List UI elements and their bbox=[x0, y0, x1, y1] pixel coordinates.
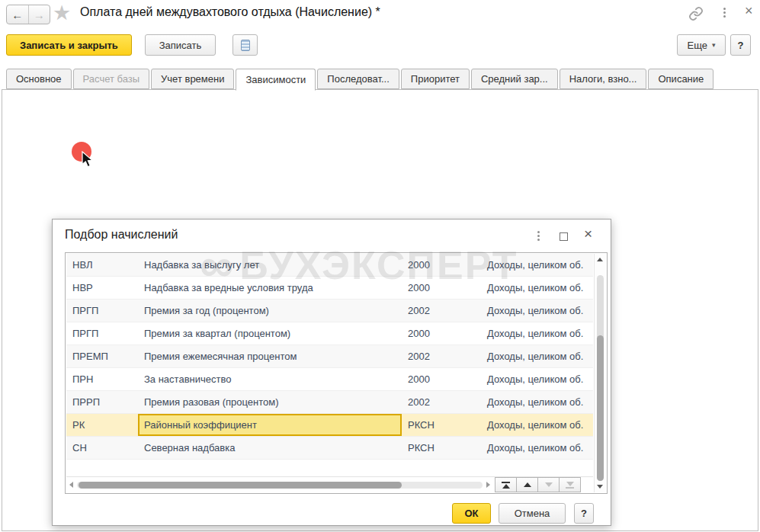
tab[interactable]: Налоги, взно... bbox=[560, 69, 647, 89]
table-row[interactable]: ПРГП Премия за квартал (процентом) 2000 … bbox=[66, 322, 593, 345]
dialog-help-button[interactable]: ? bbox=[574, 503, 594, 524]
tab[interactable]: Последоват... bbox=[317, 69, 399, 89]
table-row[interactable]: ПРН За наставничество 2000 Доходы, целик… bbox=[66, 368, 593, 391]
tab[interactable]: Основное bbox=[6, 69, 72, 89]
link-icon[interactable] bbox=[688, 6, 704, 21]
move-to-bottom-button[interactable] bbox=[559, 477, 581, 492]
cell-taxation: Доходы, целиком об. bbox=[481, 368, 593, 390]
table-row[interactable]: НВЛ Надбавка за выслугу лет 2000 Доходы,… bbox=[66, 254, 593, 277]
forward-button[interactable]: → bbox=[29, 5, 50, 24]
save-button[interactable]: Записать bbox=[145, 34, 216, 56]
tab-bar: ОсновноеРасчет базыУчет времениЗависимос… bbox=[6, 69, 714, 91]
window-close-icon[interactable]: × bbox=[745, 3, 753, 19]
move-to-top-button[interactable] bbox=[495, 477, 517, 492]
cell-code: ПРН bbox=[66, 368, 138, 390]
cell-taxation: Доходы, целиком об. bbox=[481, 414, 593, 436]
tab[interactable]: Описание bbox=[648, 69, 714, 89]
horizontal-scrollbar[interactable] bbox=[66, 476, 593, 492]
history-nav-group: ← → bbox=[6, 5, 50, 24]
cell-taxation: Доходы, целиком об. bbox=[481, 322, 593, 345]
cell-income-code: 2000 bbox=[402, 277, 481, 299]
triangle-bottom-icon bbox=[566, 482, 574, 486]
tab[interactable]: Средний зар... bbox=[471, 69, 558, 89]
ok-button[interactable]: ОК bbox=[452, 503, 491, 524]
cell-name: Премия за квартал (процентом) bbox=[138, 322, 402, 345]
cancel-button[interactable]: Отмена bbox=[499, 503, 566, 524]
table-row[interactable]: ПРРП Премия разовая (процентом) 2002 Дох… bbox=[66, 391, 593, 414]
cell-name: Премия разовая (процентом) bbox=[138, 391, 402, 413]
dialog-menu-icon[interactable] bbox=[537, 231, 540, 241]
accruals-table: НВЛ Надбавка за выслугу лет 2000 Доходы,… bbox=[65, 252, 608, 494]
list-nav-buttons bbox=[495, 477, 581, 492]
scroll-down-icon[interactable] bbox=[597, 485, 603, 489]
scrollbar-thumb[interactable] bbox=[597, 335, 604, 481]
table-row[interactable]: СН Северная надбавка РКСН Доходы, целико… bbox=[66, 437, 593, 460]
journal-icon bbox=[241, 40, 250, 51]
save-and-close-button[interactable]: Записать и закрыть bbox=[6, 34, 132, 56]
cell-code: РК bbox=[66, 414, 138, 436]
chevron-down-icon: ▾ bbox=[712, 41, 716, 49]
accruals-table-rows: НВЛ Надбавка за выслугу лет 2000 Доходы,… bbox=[66, 254, 593, 460]
hscrollbar-thumb[interactable] bbox=[79, 482, 402, 489]
table-row[interactable]: НВР Надбавка за вредные условия труда 20… bbox=[66, 277, 593, 300]
triangle-top-icon bbox=[502, 484, 510, 489]
hscrollbar-track[interactable] bbox=[77, 482, 483, 489]
dialog-close-icon[interactable]: × bbox=[584, 226, 592, 242]
cell-taxation: Доходы, целиком об. bbox=[481, 300, 593, 322]
table-row[interactable]: РК Районный коэффициент РКСН Доходы, цел… bbox=[66, 414, 593, 437]
cell-income-code: 2002 bbox=[402, 391, 481, 413]
page-title: Оплата дней междувахтового отдыха (Начис… bbox=[80, 5, 380, 19]
scroll-up-icon[interactable] bbox=[597, 258, 603, 261]
cell-code: НВЛ bbox=[66, 254, 138, 276]
vertical-scrollbar[interactable] bbox=[594, 254, 606, 492]
cell-name: Надбавка за выслугу лет bbox=[138, 254, 402, 276]
scroll-right-icon[interactable] bbox=[486, 482, 490, 488]
help-button[interactable]: ? bbox=[730, 34, 751, 56]
pick-accruals-dialog: Подбор начислений × НВЛ Надбавка за высл… bbox=[52, 219, 611, 526]
app-window: ← → ★ Оплата дней междувахтового отдыха … bbox=[0, 0, 760, 532]
cell-taxation: Доходы, целиком об. bbox=[481, 437, 593, 459]
cell-name: Надбавка за вредные условия труда bbox=[138, 277, 402, 299]
journal-button[interactable] bbox=[232, 34, 258, 56]
cell-name: За наставничество bbox=[138, 368, 402, 390]
dialog-maximize-icon[interactable] bbox=[560, 232, 568, 241]
cell-income-code: 2000 bbox=[402, 254, 481, 276]
more-actions-button[interactable]: Еще▾ bbox=[677, 34, 726, 56]
cell-name: Районный коэффициент bbox=[138, 414, 402, 436]
tab[interactable]: Зависимости bbox=[236, 69, 316, 91]
cell-income-code: РКСН bbox=[402, 437, 481, 459]
tab[interactable]: Приоритет bbox=[401, 69, 470, 89]
scroll-left-icon[interactable] bbox=[69, 482, 73, 488]
cell-code: ПРГП bbox=[66, 322, 138, 345]
cell-income-code: 2002 bbox=[402, 345, 481, 367]
table-row[interactable]: ПРЕМП Премия ежемесячная процентом 2002 … bbox=[66, 345, 593, 368]
move-down-button[interactable] bbox=[537, 477, 560, 492]
window-menu-icon[interactable] bbox=[723, 8, 726, 18]
cell-code: НВР bbox=[66, 277, 138, 299]
tab[interactable]: Расчет базы bbox=[73, 69, 150, 89]
cell-income-code: 2000 bbox=[402, 368, 481, 390]
cell-income-code: 2002 bbox=[402, 300, 481, 322]
mouse-cursor bbox=[81, 151, 96, 168]
favorite-star-icon[interactable]: ★ bbox=[53, 1, 71, 25]
cell-taxation: Доходы, целиком об. bbox=[481, 345, 593, 367]
cell-code: ПРГП bbox=[66, 300, 138, 322]
move-up-button[interactable] bbox=[516, 477, 538, 492]
dialog-title: Подбор начислений bbox=[65, 228, 178, 242]
tab[interactable]: Учет времени bbox=[151, 69, 234, 89]
cell-code: ПРЕМП bbox=[66, 345, 138, 367]
cell-income-code: 2000 bbox=[402, 322, 481, 345]
cell-taxation: Доходы, целиком об. bbox=[481, 277, 593, 299]
cell-name: Премия ежемесячная процентом bbox=[138, 345, 402, 367]
cell-code: ПРРП bbox=[66, 391, 138, 413]
triangle-down-icon bbox=[545, 482, 553, 487]
table-row[interactable]: ПРГП Премия за год (процентом) 2002 Дохо… bbox=[66, 300, 593, 322]
triangle-up-icon bbox=[524, 482, 531, 487]
cell-income-code: РКСН bbox=[402, 414, 481, 436]
back-button[interactable]: ← bbox=[7, 5, 29, 24]
cell-taxation: Доходы, целиком об. bbox=[481, 391, 593, 413]
forward-arrow-icon: → bbox=[34, 8, 45, 21]
cell-name: Премия за год (процентом) bbox=[138, 300, 402, 322]
cell-name: Северная надбавка bbox=[138, 437, 402, 459]
cell-code: СН bbox=[66, 437, 138, 459]
